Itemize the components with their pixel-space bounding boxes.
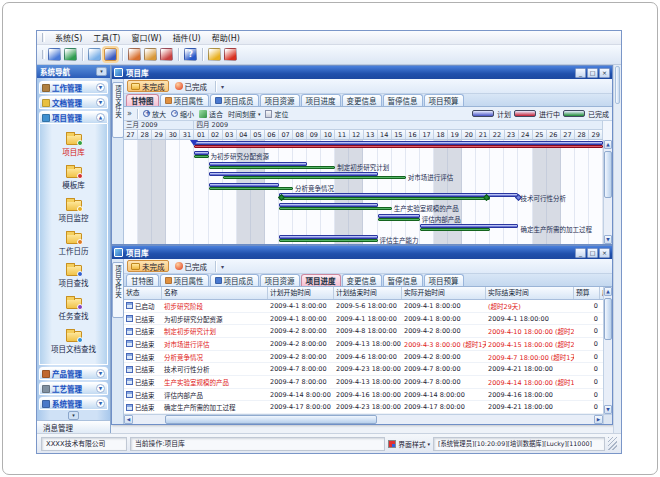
tab-pause-info[interactable]: 暂停信息: [383, 94, 423, 106]
maximize-button[interactable]: □: [587, 248, 598, 258]
exit-icon[interactable]: [224, 48, 237, 61]
menu-item[interactable]: 帮助(H): [211, 32, 241, 43]
sidebar-item-task-search[interactable]: 任务查找: [59, 298, 89, 321]
menu-item[interactable]: 窗口(W): [130, 32, 162, 43]
filter-unfinished-button[interactable]: 未完成: [127, 80, 169, 92]
toolbar-overflow-button[interactable]: »: [127, 109, 132, 118]
lock-icon[interactable]: [208, 48, 221, 61]
chevron-down-icon[interactable]: ▼: [96, 369, 105, 378]
sidebar-item-project-monitor[interactable]: 项目监控: [59, 200, 89, 223]
sidebar-item-template-library[interactable]: 模板库: [62, 167, 85, 190]
table-row[interactable]: 已启动初步研究阶段2009-4-1 8:00:002009-5-6 18:00:…: [124, 300, 603, 313]
gantt-row[interactable]: 制定初步研究计划: [124, 161, 603, 171]
scroll-down-icon[interactable]: ▼: [604, 235, 612, 244]
scroll-left-icon[interactable]: ◀: [124, 415, 133, 424]
tab-project-progress[interactable]: 项目进度: [301, 274, 341, 286]
report-remove-icon[interactable]: [160, 48, 173, 61]
chevron-down-icon[interactable]: ▼: [96, 98, 105, 107]
report-edit-icon[interactable]: [144, 48, 157, 61]
scroll-down-icon[interactable]: ▼: [604, 405, 612, 414]
report-add-icon[interactable]: [128, 48, 141, 61]
help-icon[interactable]: ?: [184, 48, 197, 61]
gantt-row[interactable]: 技术可行性分析: [124, 192, 603, 202]
sidebar-item-project-search[interactable]: 项目查找: [59, 265, 89, 288]
scroll-up-icon[interactable]: ▲: [604, 140, 612, 149]
sidebar-item-work-calendar[interactable]: 工作日历: [59, 233, 89, 256]
gantt-row[interactable]: [124, 140, 603, 150]
sidebar-section-work-management[interactable]: 工作管理▼: [39, 81, 108, 94]
table-window-titlebar[interactable]: 项目库_□×: [112, 246, 612, 259]
table-row[interactable]: 已结束对市场进行评估2009-4-2 8:00:002009-4-13 18:0…: [124, 338, 603, 351]
time-scale-button[interactable]: 时间刻度 ▾: [228, 109, 261, 119]
minimize-button[interactable]: _: [575, 248, 586, 258]
tab-project-budget[interactable]: 项目预算: [424, 94, 464, 106]
interface-style-button[interactable]: 界面样式 ▾: [388, 439, 430, 449]
gantt-row[interactable]: 生产实验室规模的产品: [124, 202, 603, 212]
close-button[interactable]: ×: [599, 68, 610, 78]
menu-item[interactable]: 系统(S): [54, 32, 83, 43]
save-icon[interactable]: [104, 48, 117, 61]
sidebar-section-project-management[interactable]: 项目管理▲: [39, 111, 108, 124]
table-hscrollbar[interactable]: ◀▶: [124, 414, 612, 424]
sidebar-more-button[interactable]: ▾: [68, 411, 79, 420]
gantt-row[interactable]: 分析竞争情况: [124, 182, 603, 192]
tab-project-properties[interactable]: 项目属性: [160, 274, 209, 286]
menu-item[interactable]: 工具(T): [92, 32, 121, 43]
tab-message-management[interactable]: 消息管理: [37, 420, 110, 433]
mdi-scrollbar[interactable]: [613, 65, 621, 433]
zoom-out-button[interactable]: 缩小: [171, 109, 194, 119]
gantt-vscrollbar[interactable]: ▲▼: [603, 140, 612, 244]
tab-project-budget[interactable]: 项目预算: [424, 274, 464, 286]
close-button[interactable]: ×: [599, 248, 610, 258]
column-header[interactable]: 预算: [574, 287, 600, 299]
monitor-icon[interactable]: [48, 48, 61, 61]
globe-icon[interactable]: [64, 48, 77, 61]
tab-project-resources[interactable]: 项目资源: [260, 274, 300, 286]
table-row[interactable]: 已结束分析竞争情况2009-4-2 8:00:002009-4-6 18:00:…: [124, 351, 603, 364]
sidebar-section-system-management[interactable]: 系统管理▼: [39, 397, 108, 410]
sidebar-item-project-library[interactable]: 项目库: [62, 134, 85, 157]
column-header[interactable]: 状态: [124, 287, 162, 299]
tab-change-info[interactable]: 变更信息: [342, 94, 382, 106]
tab-change-info[interactable]: 变更信息: [342, 274, 382, 286]
table-row[interactable]: 已结束确定生产所需的加工过程2009-4-17 8:00:002009-4-23…: [124, 401, 603, 414]
gantt-row[interactable]: 为初步研究分配资源: [124, 150, 603, 160]
sidebar-section-process-management[interactable]: 工艺管理▼: [39, 382, 108, 395]
column-header[interactable]: 计划开始时间: [268, 287, 334, 299]
tab-project-members[interactable]: 项目成员: [210, 274, 259, 286]
resize-grip[interactable]: [608, 437, 617, 450]
filter-finished-button[interactable]: 已完成: [172, 80, 211, 92]
chevron-down-icon[interactable]: ▼: [96, 399, 105, 408]
filter-unfinished-button[interactable]: 未完成: [127, 260, 169, 272]
filter-overflow-button[interactable]: ▾: [221, 263, 224, 270]
filter-overflow-button[interactable]: ▾: [221, 83, 224, 90]
menu-item[interactable]: 插件(U): [172, 32, 202, 43]
tab-gantt-chart[interactable]: 甘特图: [126, 274, 159, 286]
scroll-up-icon[interactable]: ▲: [604, 287, 612, 296]
chevron-down-icon[interactable]: ▼: [96, 83, 105, 92]
gantt-row[interactable]: 确定生产所需的加工过程: [124, 223, 603, 233]
tab-pause-info[interactable]: 暂停信息: [383, 274, 423, 286]
minimize-button[interactable]: _: [575, 68, 586, 78]
column-header[interactable]: 实际开始时间: [402, 287, 486, 299]
tab-project-progress[interactable]: 项目进度: [301, 94, 341, 106]
table-row[interactable]: 已结束技术可行性分析2009-4-7 8:00:002009-4-23 18:0…: [124, 363, 603, 376]
gantt-row[interactable]: 评估内部产品: [124, 213, 603, 223]
sidebar-collapse-button[interactable]: ▾: [96, 67, 107, 76]
scroll-right-icon[interactable]: ▶: [594, 415, 603, 424]
fit-button[interactable]: 适合: [199, 109, 223, 119]
filter-finished-button[interactable]: 已完成: [172, 260, 211, 272]
tab-project-members[interactable]: 项目成员: [210, 94, 259, 106]
table-vscrollbar[interactable]: ▲▼: [603, 287, 612, 414]
tab-project-resources[interactable]: 项目资源: [260, 94, 300, 106]
gantt-window-titlebar[interactable]: 项目库_□×: [112, 66, 612, 79]
locate-button[interactable]: 定位: [265, 109, 288, 119]
zoom-in-button[interactable]: 放大: [143, 109, 166, 119]
sidebar-item-project-doc-search[interactable]: 项目文档查找: [51, 331, 96, 354]
tab-gantt-chart[interactable]: 甘特图: [126, 94, 159, 106]
gantt-row[interactable]: 评估生产能力: [124, 234, 603, 244]
gantt-row[interactable]: 对市场进行评估: [124, 171, 603, 181]
table-row[interactable]: 已结束为初步研究分配资源2009-4-1 8:00:002009-4-1 18:…: [124, 313, 603, 326]
tab-project-properties[interactable]: 项目属性: [160, 94, 209, 106]
table-row[interactable]: 已结束制定初步研究计划2009-4-2 8:00:002009-4-8 18:0…: [124, 325, 603, 338]
